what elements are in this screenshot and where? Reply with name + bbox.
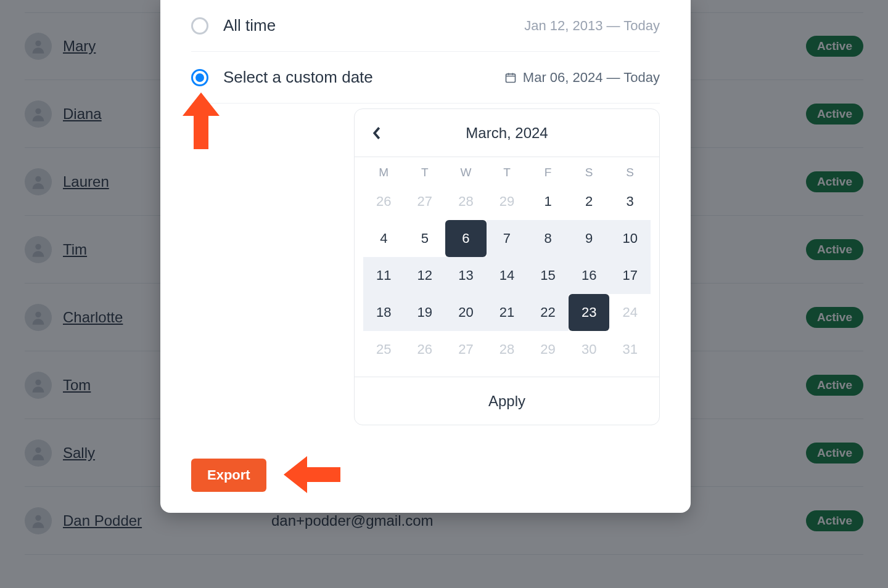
calendar-day: 27 (445, 331, 487, 368)
calendar-day: 24 (609, 294, 651, 331)
calendar-day[interactable]: 19 (405, 294, 446, 331)
calendar-icon (504, 71, 517, 84)
prev-month-button[interactable] (368, 125, 385, 142)
weekday-label: T (487, 166, 528, 179)
calendar-day[interactable]: 11 (363, 257, 405, 294)
calendar-title: March, 2024 (466, 125, 548, 142)
calendar-day[interactable]: 5 (405, 220, 446, 257)
weekday-label: W (445, 166, 487, 179)
calendar-day: 28 (445, 183, 487, 220)
calendar-day: 29 (487, 183, 528, 220)
annotation-arrow-up (183, 92, 220, 149)
calendar-day: 28 (487, 331, 528, 368)
calendar-day[interactable]: 9 (569, 220, 610, 257)
radio-all-time[interactable] (191, 17, 208, 35)
option-label: All time (223, 16, 276, 35)
weekday-label: S (609, 166, 651, 179)
option-all-time[interactable]: All time Jan 12, 2013 — Today (191, 0, 660, 52)
calendar-day[interactable]: 15 (527, 257, 569, 294)
calendar-day[interactable]: 13 (445, 257, 487, 294)
calendar-header: March, 2024 (355, 109, 659, 157)
calendar-day[interactable]: 20 (445, 294, 487, 331)
export-modal: All time Jan 12, 2013 — Today Select a c… (160, 0, 691, 513)
calendar-day: 27 (405, 183, 446, 220)
calendar-days: 2627282912345678910111213141516171819202… (355, 183, 659, 377)
calendar-day[interactable]: 23 (569, 294, 610, 331)
calendar-day[interactable]: 4 (363, 220, 405, 257)
weekday-label: T (405, 166, 446, 179)
calendar-day: 25 (363, 331, 405, 368)
calendar-day[interactable]: 21 (487, 294, 528, 331)
calendar-day[interactable]: 1 (527, 183, 569, 220)
calendar-day[interactable]: 7 (487, 220, 528, 257)
calendar-day[interactable]: 14 (487, 257, 528, 294)
calendar-day: 26 (405, 331, 446, 368)
calendar-day: 30 (569, 331, 610, 368)
calendar-day: 26 (363, 183, 405, 220)
calendar-day[interactable]: 12 (405, 257, 446, 294)
weekday-label: F (527, 166, 569, 179)
option-custom-date[interactable]: Select a custom date Mar 06, 2024 — Toda… (191, 52, 660, 104)
svg-rect-8 (506, 74, 515, 82)
calendar-day[interactable]: 8 (527, 220, 569, 257)
calendar-day[interactable]: 2 (569, 183, 610, 220)
annotation-arrow-left (284, 456, 340, 493)
calendar-weekdays: MTWTFSS (355, 157, 659, 183)
option-label: Select a custom date (223, 68, 373, 87)
radio-custom-date[interactable] (191, 69, 208, 86)
calendar-day[interactable]: 16 (569, 257, 610, 294)
date-picker: March, 2024 MTWTFSS 26272829123456789101… (354, 108, 660, 425)
calendar-day: 29 (527, 331, 569, 368)
calendar-day[interactable]: 22 (527, 294, 569, 331)
option-range: Jan 12, 2013 — Today (524, 18, 660, 34)
calendar-day[interactable]: 18 (363, 294, 405, 331)
calendar-day[interactable]: 3 (609, 183, 651, 220)
export-button[interactable]: Export (191, 459, 266, 492)
calendar-day[interactable]: 6 (445, 220, 487, 257)
calendar-day: 31 (609, 331, 651, 368)
weekday-label: M (363, 166, 405, 179)
weekday-label: S (569, 166, 610, 179)
calendar-day[interactable]: 17 (609, 257, 651, 294)
chevron-left-icon (372, 127, 381, 139)
apply-button[interactable]: Apply (355, 377, 659, 425)
option-range: Mar 06, 2024 — Today (504, 70, 660, 86)
calendar-day[interactable]: 10 (609, 220, 651, 257)
